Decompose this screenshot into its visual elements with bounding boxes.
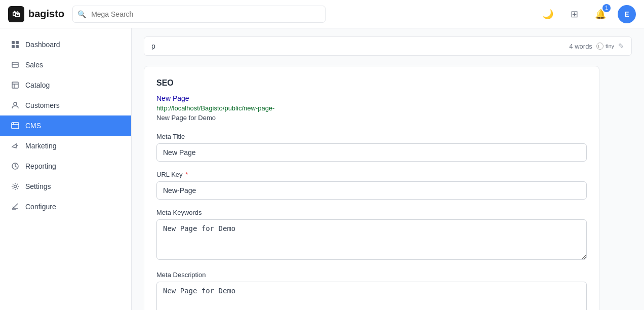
catalog-icon bbox=[10, 80, 20, 90]
sidebar-label-settings: Settings bbox=[25, 182, 51, 190]
sidebar-label-sales: Sales bbox=[25, 61, 43, 69]
main-content: p 4 words t tiny ✎ SEO New Page http://l… bbox=[132, 28, 644, 310]
settings-icon bbox=[10, 181, 20, 191]
app-header: 🛍 bagisto 🔍 🌙 ⊞ 🔔 1 E bbox=[0, 0, 644, 28]
svg-point-9 bbox=[14, 185, 17, 188]
edit-icon-btn[interactable]: ✎ bbox=[618, 42, 624, 50]
seo-preview: New Page http://localhost/Bagisto/public… bbox=[156, 94, 587, 123]
sidebar-label-catalog: Catalog bbox=[25, 81, 50, 89]
svg-rect-2 bbox=[12, 45, 15, 48]
marketing-icon bbox=[10, 141, 20, 151]
search-icon: 🔍 bbox=[77, 10, 86, 18]
svg-rect-5 bbox=[12, 82, 18, 88]
seo-title-link[interactable]: New Page bbox=[156, 94, 587, 104]
sidebar-item-dashboard[interactable]: Dashboard bbox=[0, 34, 131, 55]
svg-rect-3 bbox=[16, 45, 19, 48]
svg-point-6 bbox=[14, 102, 17, 105]
meta-keywords-textarea[interactable] bbox=[156, 219, 587, 260]
sidebar-label-dashboard: Dashboard bbox=[25, 41, 60, 49]
search-input[interactable] bbox=[72, 6, 326, 23]
word-count-value: p bbox=[151, 42, 155, 50]
app-body: Dashboard Sales Catalog Customers CMS bbox=[0, 28, 644, 310]
customers-icon bbox=[10, 100, 20, 110]
meta-title-input[interactable] bbox=[156, 143, 587, 162]
meta-keywords-group: Meta Keywords bbox=[156, 209, 587, 262]
sidebar-item-configure[interactable]: Configure bbox=[0, 197, 131, 217]
meta-keywords-label: Meta Keywords bbox=[156, 209, 587, 216]
sidebar-label-configure: Configure bbox=[25, 203, 56, 211]
svg-text:t: t bbox=[598, 45, 599, 48]
sidebar-item-marketing[interactable]: Marketing bbox=[0, 136, 131, 156]
logo-text: bagisto bbox=[28, 8, 64, 20]
sidebar-item-catalog[interactable]: Catalog bbox=[0, 75, 131, 95]
word-count-right: 4 words t tiny ✎ bbox=[569, 42, 624, 50]
sidebar-item-reporting[interactable]: Reporting bbox=[0, 156, 131, 176]
logo-icon: 🛍 bbox=[8, 6, 24, 22]
sidebar-label-cms: CMS bbox=[25, 122, 41, 130]
header-actions: 🌙 ⊞ 🔔 1 E bbox=[539, 5, 636, 23]
tiny-label: tiny bbox=[606, 43, 614, 49]
cms-icon bbox=[10, 121, 20, 131]
meta-title-label: Meta Title bbox=[156, 133, 587, 140]
seo-url-link[interactable]: http://localhost/Bagisto/public/new-page… bbox=[156, 104, 587, 113]
meta-title-group: Meta Title bbox=[156, 133, 587, 162]
configure-icon bbox=[10, 202, 20, 212]
url-key-label: URL Key * bbox=[156, 171, 587, 178]
notification-wrap: 🔔 1 bbox=[591, 5, 610, 23]
seo-section-title: SEO bbox=[156, 79, 587, 88]
sidebar-item-sales[interactable]: Sales bbox=[0, 55, 131, 75]
sidebar-item-settings[interactable]: Settings bbox=[0, 176, 131, 197]
reporting-icon bbox=[10, 161, 20, 171]
user-avatar[interactable]: E bbox=[618, 5, 636, 23]
meta-description-label: Meta Description bbox=[156, 271, 587, 279]
svg-rect-4 bbox=[12, 62, 18, 67]
word-count-label: 4 words bbox=[569, 43, 592, 50]
url-key-required: * bbox=[185, 171, 188, 178]
sidebar-item-cms[interactable]: CMS bbox=[0, 115, 131, 136]
svg-rect-7 bbox=[12, 123, 19, 129]
svg-rect-1 bbox=[16, 41, 19, 44]
sales-icon bbox=[10, 60, 20, 70]
meta-description-group: Meta Description bbox=[156, 271, 587, 310]
layout-icon-btn[interactable]: ⊞ bbox=[565, 5, 583, 23]
notification-badge: 1 bbox=[602, 4, 611, 12]
logo: 🛍 bagisto bbox=[8, 6, 64, 22]
sidebar-label-marketing: Marketing bbox=[25, 142, 56, 150]
svg-rect-0 bbox=[12, 41, 15, 44]
sidebar-label-reporting: Reporting bbox=[25, 162, 56, 170]
sidebar-label-customers: Customers bbox=[25, 101, 60, 109]
content-area: p 4 words t tiny ✎ SEO New Page http://l… bbox=[132, 28, 644, 310]
dashboard-icon bbox=[10, 40, 20, 50]
url-key-input[interactable] bbox=[156, 181, 587, 200]
word-count-bar: p 4 words t tiny ✎ bbox=[144, 36, 632, 56]
tiny-badge: t tiny bbox=[596, 43, 614, 50]
url-key-group: URL Key * bbox=[156, 171, 587, 200]
meta-description-textarea[interactable] bbox=[156, 282, 587, 310]
sidebar: Dashboard Sales Catalog Customers CMS bbox=[0, 28, 132, 310]
sidebar-item-customers[interactable]: Customers bbox=[0, 95, 131, 115]
search-bar-container: 🔍 bbox=[72, 6, 326, 23]
seo-card: SEO New Page http://localhost/Bagisto/pu… bbox=[144, 66, 599, 310]
dark-mode-toggle[interactable]: 🌙 bbox=[539, 5, 557, 23]
seo-description: New Page for Demo bbox=[156, 114, 216, 122]
svg-point-10 bbox=[596, 43, 603, 50]
